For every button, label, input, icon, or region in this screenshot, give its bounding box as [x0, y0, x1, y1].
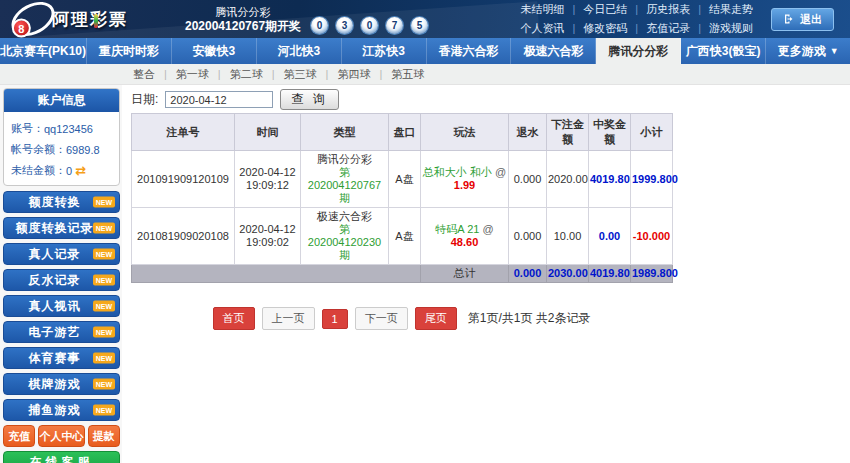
unsettled-amount-row: 未结金额：0 ⇄	[11, 163, 112, 178]
new-badge: NEW	[93, 197, 115, 208]
sidebar-item-rebate-record[interactable]: 反水记录 NEW	[3, 269, 120, 291]
total-label: 总计	[421, 265, 509, 283]
date-label: 日期:	[131, 91, 158, 108]
tab-jisu-lhc[interactable]: 极速六合彩	[511, 38, 596, 64]
total-empty-cell	[132, 265, 421, 283]
ball-position-subnav: 整合 第一球 第二球 第三球 第四球 第五球	[0, 64, 850, 85]
chevron-down-icon: ▼	[830, 46, 839, 56]
tab-txffc-active[interactable]: 腾讯分分彩	[596, 38, 681, 64]
lottery-ball: 0	[361, 17, 378, 34]
sidebar-item-credit-transfer[interactable]: 额度转换 NEW	[3, 191, 120, 213]
new-badge: NEW	[93, 223, 115, 234]
subnav-ball-5[interactable]: 第五球	[391, 67, 424, 82]
tab-hebei-k3[interactable]: 河北快3	[257, 38, 342, 64]
tab-guangxi-k3[interactable]: 广西快3(骰宝)	[681, 38, 766, 64]
tab-anhui-k3[interactable]: 安徽快3	[172, 38, 257, 64]
online-service-button[interactable]: 在线客服	[3, 451, 120, 463]
sidebar-item-transfer-record[interactable]: 额度转换记录 NEW	[3, 217, 120, 239]
sidebar-item-label: 电子游艺	[29, 324, 95, 341]
recharge-button[interactable]: 充值	[3, 425, 35, 447]
link-change-password[interactable]: 修改密码	[583, 21, 646, 36]
subnav-ball-3[interactable]: 第三球	[284, 67, 338, 82]
link-unsettled-detail[interactable]: 未结明细	[520, 2, 583, 17]
subnav-ball-4[interactable]: 第四球	[337, 67, 391, 82]
logout-button[interactable]: 退出	[771, 8, 834, 31]
sidebar-item-label: 真人视讯	[29, 298, 95, 315]
pagination: 首页 上一页 1 下一页 尾页 第1页/共1页 共2条记录	[131, 307, 672, 330]
cell-order-no: 201091909120109	[132, 151, 235, 208]
account-info-panel: 账户信息 账号：qq123456 帐号余额：6989.8 未结金额：0 ⇄	[3, 88, 120, 186]
sidebar-item-sports[interactable]: 体育赛事 NEW	[3, 347, 120, 369]
link-recharge-record[interactable]: 充值记录	[646, 21, 709, 36]
sidebar-item-label: 棋牌游戏	[29, 376, 95, 393]
link-personal-info[interactable]: 个人资讯	[520, 21, 583, 36]
unsettled-value: 0	[66, 165, 72, 177]
sidebar-item-slots[interactable]: 电子游艺 NEW	[3, 321, 120, 343]
account-label: 账号：	[11, 121, 44, 136]
current-draw-info: 腾讯分分彩 202004120767期开奖 0 3 0 7 5	[185, 5, 428, 34]
refresh-icon[interactable]: ⇄	[75, 163, 86, 178]
col-bet-amount: 下注金额	[547, 114, 589, 151]
sidebar-item-live-casino[interactable]: 真人视讯 NEW	[3, 295, 120, 317]
draw-result-balls: 0 3 0 7 5	[311, 17, 428, 34]
bet-records-table: 注单号 时间 类型 盘口 玩法 退水 下注金额 中奖金额 小计 20109190…	[131, 113, 673, 283]
personal-center-button[interactable]: 个人中心	[38, 425, 84, 447]
cell-time: 2020-04-1219:09:12	[235, 151, 301, 208]
new-badge: NEW	[93, 405, 115, 416]
sidebar-item-board-games[interactable]: 棋牌游戏 NEW	[3, 373, 120, 395]
lottery-ball: 0	[311, 17, 328, 34]
subnav-overall[interactable]: 整合	[133, 67, 176, 82]
logo-swoosh-icon: 8	[6, 0, 61, 38]
next-page-button[interactable]: 下一页	[355, 307, 408, 330]
table-total-row: 总计 0.000 2030.00 4019.80 1989.800	[132, 265, 673, 283]
sidebar-item-fishing-games[interactable]: 捕鱼游戏 NEW	[3, 399, 120, 421]
page-number-button[interactable]: 1	[322, 309, 348, 329]
sidebar-item-label: 真人记录	[29, 246, 95, 263]
cell-type: 腾讯分分彩第 202004120767 期	[301, 151, 389, 208]
main-content: 日期: 查 询 注单号 时间 类型 盘口 玩法 退水 下注金额 中奖金额 小计	[122, 85, 850, 463]
cell-time: 2020-04-1219:09:02	[235, 208, 301, 265]
table-row: 201091909120109 2020-04-1219:09:12 腾讯分分彩…	[132, 151, 673, 208]
link-game-rules[interactable]: 游戏规则	[709, 21, 753, 36]
balance-label: 帐号余额：	[11, 142, 66, 157]
logo-eight-ball-icon: 8	[12, 19, 31, 38]
link-result-trend[interactable]: 结果走势	[709, 2, 753, 17]
draw-issue-text: 202004120767期开奖	[185, 19, 301, 33]
subnav-ball-1[interactable]: 第一球	[176, 67, 230, 82]
top-header: 8 阿理彩票 腾讯分分彩 202004120767期开奖 0 3 0 7 5 未…	[0, 0, 850, 38]
withdraw-button[interactable]: 提款	[88, 425, 120, 447]
sidebar-item-label: 反水记录	[29, 272, 95, 289]
subnav-ball-2[interactable]: 第二球	[230, 67, 284, 82]
cell-subtotal: 1999.800	[631, 151, 673, 208]
tab-jiangsu-k3[interactable]: 江苏快3	[342, 38, 427, 64]
tab-cqssc[interactable]: 重庆时时彩	[87, 38, 172, 64]
link-history-report[interactable]: 历史报表	[646, 2, 709, 17]
tab-hk-lhc[interactable]: 香港六合彩	[427, 38, 512, 64]
tab-more-games[interactable]: 更多游戏 ▼	[766, 38, 850, 64]
cell-bet: 2020.00	[547, 151, 589, 208]
link-today-settled[interactable]: 今日已结	[583, 2, 646, 17]
col-market: 盘口	[389, 114, 421, 151]
sidebar-item-label: 体育赛事	[29, 350, 95, 367]
cell-market: A盘	[389, 151, 421, 208]
tab-bjsc-pk10[interactable]: 北京赛车(PK10)	[0, 38, 87, 64]
col-time: 时间	[235, 114, 301, 151]
new-badge: NEW	[93, 327, 115, 338]
total-subtotal: 1989.800	[631, 265, 673, 283]
account-balance-row: 帐号余额：6989.8	[11, 142, 112, 157]
draw-game-name: 腾讯分分彩	[185, 5, 301, 19]
prev-page-button[interactable]: 上一页	[262, 307, 315, 330]
table-row: 201081909020108 2020-04-1219:09:02 极速六合彩…	[132, 208, 673, 265]
sidebar-item-live-record[interactable]: 真人记录 NEW	[3, 243, 120, 265]
lottery-ball: 5	[411, 17, 428, 34]
last-page-button[interactable]: 尾页	[415, 307, 457, 330]
first-page-button[interactable]: 首页	[213, 307, 255, 330]
date-input[interactable]	[165, 91, 273, 108]
unsettled-label: 未结金额：	[11, 163, 66, 178]
cell-order-no: 201081909020108	[132, 208, 235, 265]
cell-rebate: 0.000	[509, 208, 547, 265]
site-logo[interactable]: 8 阿理彩票	[0, 4, 185, 34]
logo-text: 阿理彩票	[52, 8, 128, 31]
new-badge: NEW	[93, 301, 115, 312]
search-button[interactable]: 查 询	[280, 89, 338, 110]
